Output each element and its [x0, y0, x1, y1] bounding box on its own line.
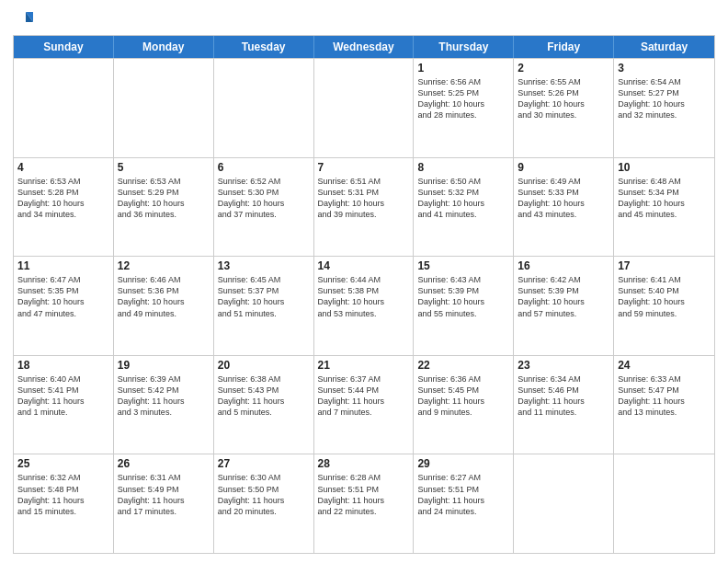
day-info: Sunrise: 6:27 AM Sunset: 5:51 PM Dayligh… [417, 472, 509, 517]
day-info: Sunrise: 6:54 AM Sunset: 5:27 PM Dayligh… [618, 76, 711, 121]
day-info: Sunrise: 6:53 AM Sunset: 5:29 PM Dayligh… [118, 176, 210, 221]
calendar-day-cell: 3Sunrise: 6:54 AM Sunset: 5:27 PM Daylig… [614, 59, 714, 157]
calendar-header-row: SundayMondayTuesdayWednesdayThursdayFrid… [14, 36, 714, 58]
day-info: Sunrise: 6:40 AM Sunset: 5:41 PM Dayligh… [17, 373, 109, 419]
calendar-day-cell: 22Sunrise: 6:36 AM Sunset: 5:45 PM Dayli… [414, 356, 514, 454]
calendar-day-cell: 14Sunrise: 6:44 AM Sunset: 5:38 PM Dayli… [314, 257, 415, 355]
day-info: Sunrise: 6:42 AM Sunset: 5:39 PM Dayligh… [518, 274, 609, 319]
day-number: 27 [218, 457, 310, 470]
calendar-day-cell: 26Sunrise: 6:31 AM Sunset: 5:49 PM Dayli… [114, 454, 214, 553]
day-number: 14 [318, 259, 410, 272]
day-number: 9 [518, 161, 609, 174]
calendar-week-row: 25Sunrise: 6:32 AM Sunset: 5:48 PM Dayli… [14, 454, 714, 553]
day-info: Sunrise: 6:37 AM Sunset: 5:44 PM Dayligh… [318, 373, 410, 419]
calendar-day-cell [314, 59, 415, 157]
day-number: 8 [417, 161, 509, 174]
day-number: 10 [618, 161, 711, 174]
calendar-header-cell: Monday [114, 36, 214, 58]
day-number: 7 [318, 161, 410, 174]
day-number: 22 [417, 359, 509, 372]
day-info: Sunrise: 6:30 AM Sunset: 5:50 PM Dayligh… [218, 472, 310, 517]
day-info: Sunrise: 6:51 AM Sunset: 5:31 PM Dayligh… [318, 176, 410, 221]
day-number: 28 [318, 457, 410, 470]
calendar-day-cell: 8Sunrise: 6:50 AM Sunset: 5:32 PM Daylig… [414, 158, 514, 257]
calendar-day-cell: 12Sunrise: 6:46 AM Sunset: 5:36 PM Dayli… [114, 257, 214, 355]
day-info: Sunrise: 6:46 AM Sunset: 5:36 PM Dayligh… [118, 274, 210, 319]
day-info: Sunrise: 6:52 AM Sunset: 5:30 PM Dayligh… [218, 176, 310, 221]
day-info: Sunrise: 6:34 AM Sunset: 5:46 PM Dayligh… [518, 373, 609, 419]
day-info: Sunrise: 6:31 AM Sunset: 5:49 PM Dayligh… [118, 472, 210, 517]
day-info: Sunrise: 6:38 AM Sunset: 5:43 PM Dayligh… [218, 373, 310, 419]
calendar-day-cell: 5Sunrise: 6:53 AM Sunset: 5:29 PM Daylig… [114, 158, 214, 257]
calendar-day-cell [114, 59, 214, 157]
calendar-day-cell: 20Sunrise: 6:38 AM Sunset: 5:43 PM Dayli… [214, 356, 314, 454]
calendar-day-cell: 28Sunrise: 6:28 AM Sunset: 5:51 PM Dayli… [314, 454, 415, 553]
day-info: Sunrise: 6:53 AM Sunset: 5:28 PM Dayligh… [17, 176, 109, 221]
calendar-day-cell: 17Sunrise: 6:41 AM Sunset: 5:40 PM Dayli… [614, 257, 714, 355]
day-info: Sunrise: 6:41 AM Sunset: 5:40 PM Dayligh… [618, 274, 711, 319]
day-info: Sunrise: 6:47 AM Sunset: 5:35 PM Dayligh… [17, 274, 109, 319]
day-info: Sunrise: 6:32 AM Sunset: 5:48 PM Dayligh… [17, 472, 109, 517]
day-number: 21 [318, 359, 410, 372]
day-info: Sunrise: 6:50 AM Sunset: 5:32 PM Dayligh… [417, 176, 509, 221]
day-number: 18 [17, 359, 109, 372]
day-number: 17 [618, 259, 711, 272]
day-number: 20 [218, 359, 310, 372]
calendar-day-cell: 19Sunrise: 6:39 AM Sunset: 5:42 PM Dayli… [114, 356, 214, 454]
calendar-day-cell: 1Sunrise: 6:56 AM Sunset: 5:25 PM Daylig… [414, 59, 514, 157]
calendar-header-cell: Sunday [14, 36, 114, 58]
day-info: Sunrise: 6:39 AM Sunset: 5:42 PM Dayligh… [118, 373, 210, 419]
calendar-week-row: 18Sunrise: 6:40 AM Sunset: 5:41 PM Dayli… [14, 355, 714, 454]
calendar-week-row: 11Sunrise: 6:47 AM Sunset: 5:35 PM Dayli… [14, 256, 714, 355]
day-info: Sunrise: 6:48 AM Sunset: 5:34 PM Dayligh… [618, 176, 711, 221]
calendar-day-cell: 10Sunrise: 6:48 AM Sunset: 5:34 PM Dayli… [614, 158, 714, 257]
calendar-day-cell [614, 454, 714, 553]
day-number: 12 [118, 259, 210, 272]
calendar-day-cell: 7Sunrise: 6:51 AM Sunset: 5:31 PM Daylig… [314, 158, 415, 257]
day-number: 23 [518, 359, 609, 372]
day-number: 2 [518, 62, 609, 75]
calendar-week-row: 4Sunrise: 6:53 AM Sunset: 5:28 PM Daylig… [14, 157, 714, 257]
day-number: 5 [118, 161, 210, 174]
calendar-header-cell: Thursday [414, 36, 514, 58]
calendar-week-row: 1Sunrise: 6:56 AM Sunset: 5:25 PM Daylig… [14, 58, 714, 157]
calendar: SundayMondayTuesdayWednesdayThursdayFrid… [13, 35, 715, 554]
day-number: 11 [17, 259, 109, 272]
calendar-day-cell: 23Sunrise: 6:34 AM Sunset: 5:46 PM Dayli… [514, 356, 614, 454]
calendar-day-cell: 13Sunrise: 6:45 AM Sunset: 5:37 PM Dayli… [214, 257, 314, 355]
calendar-header-cell: Friday [514, 36, 614, 58]
day-info: Sunrise: 6:36 AM Sunset: 5:45 PM Dayligh… [417, 373, 509, 419]
calendar-body: 1Sunrise: 6:56 AM Sunset: 5:25 PM Daylig… [14, 58, 714, 553]
day-number: 15 [417, 259, 509, 272]
calendar-day-cell: 29Sunrise: 6:27 AM Sunset: 5:51 PM Dayli… [414, 454, 514, 553]
day-number: 24 [618, 359, 711, 372]
day-number: 26 [118, 457, 210, 470]
day-info: Sunrise: 6:55 AM Sunset: 5:26 PM Dayligh… [518, 76, 609, 121]
calendar-day-cell [514, 454, 614, 553]
day-info: Sunrise: 6:43 AM Sunset: 5:39 PM Dayligh… [417, 274, 509, 319]
day-info: Sunrise: 6:28 AM Sunset: 5:51 PM Dayligh… [318, 472, 410, 517]
day-number: 6 [218, 161, 310, 174]
page-header [13, 9, 715, 29]
calendar-header-cell: Saturday [614, 36, 714, 58]
calendar-header-cell: Wednesday [314, 36, 415, 58]
calendar-day-cell: 16Sunrise: 6:42 AM Sunset: 5:39 PM Dayli… [514, 257, 614, 355]
day-number: 1 [417, 62, 509, 75]
calendar-day-cell: 25Sunrise: 6:32 AM Sunset: 5:48 PM Dayli… [14, 454, 114, 553]
calendar-day-cell: 9Sunrise: 6:49 AM Sunset: 5:33 PM Daylig… [514, 158, 614, 257]
calendar-day-cell: 2Sunrise: 6:55 AM Sunset: 5:26 PM Daylig… [514, 59, 614, 157]
day-number: 3 [618, 62, 711, 75]
day-number: 13 [218, 259, 310, 272]
logo [13, 9, 35, 29]
day-info: Sunrise: 6:45 AM Sunset: 5:37 PM Dayligh… [218, 274, 310, 319]
calendar-day-cell: 11Sunrise: 6:47 AM Sunset: 5:35 PM Dayli… [14, 257, 114, 355]
day-number: 25 [17, 457, 109, 470]
day-info: Sunrise: 6:49 AM Sunset: 5:33 PM Dayligh… [518, 176, 609, 221]
day-info: Sunrise: 6:56 AM Sunset: 5:25 PM Dayligh… [417, 76, 509, 121]
calendar-day-cell [14, 59, 114, 157]
day-info: Sunrise: 6:33 AM Sunset: 5:47 PM Dayligh… [618, 373, 711, 419]
calendar-day-cell: 6Sunrise: 6:52 AM Sunset: 5:30 PM Daylig… [214, 158, 314, 257]
calendar-day-cell: 15Sunrise: 6:43 AM Sunset: 5:39 PM Dayli… [414, 257, 514, 355]
calendar-day-cell: 18Sunrise: 6:40 AM Sunset: 5:41 PM Dayli… [14, 356, 114, 454]
calendar-day-cell: 27Sunrise: 6:30 AM Sunset: 5:50 PM Dayli… [214, 454, 314, 553]
